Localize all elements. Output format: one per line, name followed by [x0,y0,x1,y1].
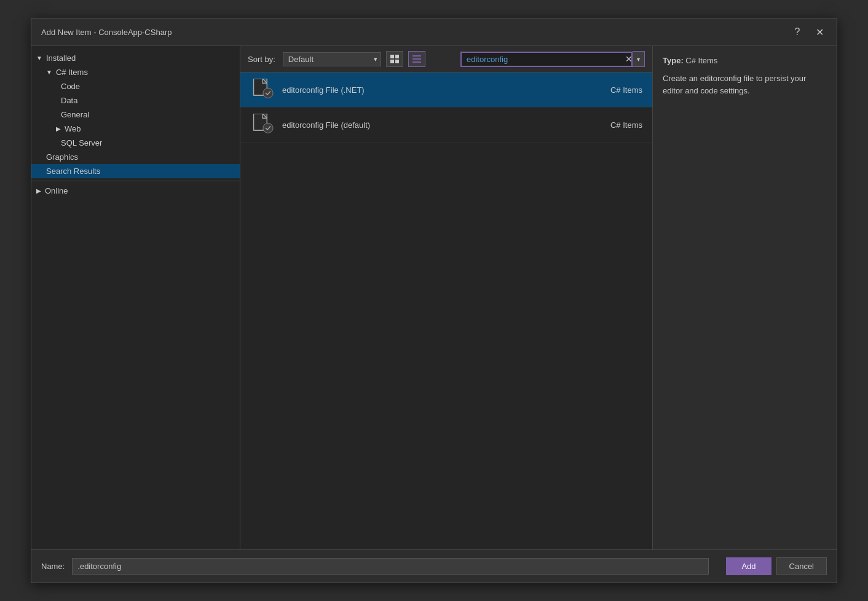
type-value: C# Items [685,56,717,65]
sidebar-item-label: Code [61,82,80,91]
dialog-title: Add New Item - ConsoleApp-CSharp [41,28,172,37]
search-wrapper: ✕ ▾ [460,51,645,67]
add-new-item-dialog: Add New Item - ConsoleApp-CSharp ? ✕ ▼ I… [31,18,837,583]
sidebar-item-online[interactable]: ▶ Online [31,184,240,198]
sidebar-item-label: Search Results [46,167,100,176]
search-clear-button[interactable]: ✕ [625,54,633,64]
sort-by-label: Sort by: [248,55,275,64]
sidebar-item-data[interactable]: Data [31,93,240,108]
help-button[interactable]: ? [790,25,805,39]
sidebar-separator [31,181,240,181]
right-panel-type: Type: C# Items [663,56,827,65]
table-row[interactable]: editorconfig File (.NET) C# Items [240,73,652,108]
web-arrow: ▶ [56,125,61,132]
file-icon [251,114,274,136]
svg-rect-3 [395,60,399,63]
content-area: ▼ Installed ▼ C# Items Code Data General [31,46,837,549]
svg-rect-2 [390,60,394,63]
right-panel: Type: C# Items Create an editorconfig fi… [652,46,837,549]
sidebar-item-code[interactable]: Code [31,79,240,93]
table-row[interactable]: editorconfig File (default) C# Items [240,108,652,143]
right-panel-description: Create an editorconfig file to persist y… [663,73,827,96]
sidebar-item-search-results[interactable]: Search Results [31,164,240,178]
sidebar-item-web[interactable]: ▶ Web [31,122,240,136]
sort-select[interactable]: Default Name Type [283,52,381,66]
action-buttons: Add Cancel [726,557,827,575]
sidebar-item-graphics[interactable]: Graphics [31,150,240,164]
svg-point-12 [263,123,273,133]
item-name: editorconfig File (default) [282,120,561,130]
sidebar: ▼ Installed ▼ C# Items Code Data General [31,46,240,549]
sidebar-item-label: Online [45,186,68,195]
svg-point-9 [263,88,273,98]
sidebar-item-installed[interactable]: ▼ Installed [31,51,240,65]
search-dropdown-button[interactable]: ▾ [633,51,645,67]
installed-arrow: ▼ [36,55,42,61]
type-label: Type: [663,56,684,65]
bottom-bar: Name: Add Cancel [31,549,837,583]
add-button[interactable]: Add [726,557,771,575]
sidebar-item-label: Data [61,96,77,105]
svg-rect-0 [390,55,394,58]
file-icon [251,79,274,101]
item-list: editorconfig File (.NET) C# Items [240,73,652,549]
title-bar-buttons: ? ✕ [790,25,827,39]
sidebar-item-sql-server[interactable]: SQL Server [31,136,240,150]
sidebar-item-label: Installed [46,53,76,63]
sidebar-item-label: General [61,110,89,119]
item-icon-editorconfig-net [250,77,275,102]
svg-rect-5 [412,58,421,60]
cancel-button[interactable]: Cancel [776,557,827,575]
item-name: editorconfig File (.NET) [282,85,561,95]
online-arrow: ▶ [36,187,41,194]
item-category: C# Items [569,120,642,130]
sidebar-item-label: Graphics [46,152,78,162]
sort-select-wrapper: Default Name Type [283,52,381,66]
sidebar-item-label: Web [65,124,81,133]
name-input[interactable] [72,558,709,575]
svg-rect-1 [395,55,399,58]
name-label: Name: [41,562,65,571]
sidebar-item-label: C# Items [56,68,88,77]
close-button[interactable]: ✕ [812,25,827,39]
grid-icon [390,55,399,63]
search-input[interactable] [460,52,633,67]
title-bar: Add New Item - ConsoleApp-CSharp ? ✕ [31,18,837,46]
sidebar-item-csharp-items[interactable]: ▼ C# Items [31,65,240,79]
item-icon-editorconfig-default [250,112,275,137]
list-view-button[interactable] [408,51,425,67]
sidebar-item-general[interactable]: General [31,108,240,122]
svg-rect-4 [412,55,421,57]
toolbar: Sort by: Default Name Type [240,46,652,73]
list-icon [412,55,421,63]
sidebar-item-label: SQL Server [61,138,102,147]
main-area: Sort by: Default Name Type [240,46,652,549]
csharp-arrow: ▼ [46,69,52,76]
svg-rect-6 [412,61,421,63]
grid-view-button[interactable] [386,51,403,67]
item-category: C# Items [569,85,642,95]
